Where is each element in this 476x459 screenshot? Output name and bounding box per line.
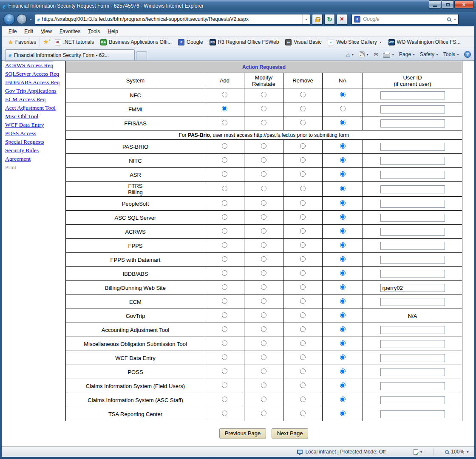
sidebar-link-ibdb-abs-access-req[interactable]: IBDB/ABS Access Req — [5, 79, 64, 86]
next-page-button[interactable]: Next Page — [272, 428, 309, 438]
url-text[interactable]: https://sxabqsql001.r3.fs.fed.us/bfm/pro… — [42, 16, 300, 22]
radio-ffis-ias-na[interactable] — [340, 120, 346, 125]
zoom-control[interactable]: 100% ▼ — [445, 449, 469, 455]
radio-fpps-with-datamart-remove[interactable] — [300, 256, 306, 262]
radio-nfc-na[interactable] — [340, 92, 346, 97]
stop-button[interactable]: × — [337, 14, 347, 25]
radio-tsa-reporting-center-modify[interactable] — [261, 411, 266, 416]
radio-billing-dunning-web-site-remove[interactable] — [300, 284, 306, 290]
add-favorites-button[interactable]: ★ + — [41, 38, 51, 46]
radio-ecm-add[interactable] — [222, 298, 227, 304]
maximize-button[interactable] — [442, 0, 454, 8]
radio-govtrip-add[interactable] — [222, 312, 227, 318]
radio-tsa-reporting-center-add[interactable] — [222, 411, 227, 416]
close-button[interactable]: × — [454, 0, 473, 8]
userid-input-pas-brio[interactable] — [380, 143, 445, 151]
radio-poss-na[interactable] — [340, 368, 346, 374]
sidebar-link-wcf-data-entry[interactable]: WCF Data Entry — [5, 122, 64, 128]
safety-menu-button[interactable]: Safety ▼ — [420, 51, 439, 57]
radio-fpps-with-datamart-na[interactable] — [340, 256, 346, 262]
userid-input-wcf-data-entry[interactable] — [380, 354, 445, 362]
radio-nfc-add[interactable] — [222, 92, 227, 97]
radio-billing-dunning-web-site-na[interactable] — [340, 284, 346, 290]
radio-poss-remove[interactable] — [300, 368, 306, 374]
sidebar-link-acct-adjustment-tool[interactable]: Acct Adjustment Tool — [5, 105, 64, 111]
favorite-net-tutorials[interactable]: HL.NET tutorials — [52, 38, 96, 47]
radio-claims-information-system-asc-staff-add[interactable] — [222, 397, 227, 402]
radio-ffis-ias-add[interactable] — [222, 120, 227, 125]
userid-input-billing-dunning-web-site[interactable] — [380, 284, 445, 292]
refresh-button[interactable]: ↻ — [324, 14, 335, 25]
menu-view[interactable]: View — [37, 27, 55, 36]
radio-poss-modify[interactable] — [261, 368, 266, 374]
radio-asr-add[interactable] — [222, 171, 227, 177]
address-bar[interactable]: e https://sxabqsql001.r3.fs.fed.us/bfm/p… — [35, 14, 310, 25]
search-box[interactable]: 8 Google ▼ — [351, 14, 459, 25]
radio-claims-information-system-field-users-na[interactable] — [340, 382, 346, 388]
back-button[interactable]: ← — [3, 14, 15, 25]
radio-fpps-with-datamart-add[interactable] — [222, 256, 227, 262]
radio-asc-sql-server-modify[interactable] — [261, 214, 266, 220]
radio-peoplesoft-modify[interactable] — [261, 200, 266, 206]
print-button[interactable]: ▼ — [383, 51, 394, 58]
radio-claims-information-system-asc-staff-na[interactable] — [340, 397, 346, 402]
radio-wcf-data-entry-remove[interactable] — [300, 354, 306, 360]
radio-claims-information-system-field-users-add[interactable] — [222, 382, 227, 388]
radio-tsa-reporting-center-na[interactable] — [340, 411, 346, 416]
userid-input-acrws[interactable] — [380, 228, 445, 236]
compatibility-view-button[interactable]: ▼ — [414, 449, 422, 455]
favorite-wo-washington-office-fs[interactable]: WOWO Washington Office FS... — [386, 38, 463, 47]
radio-ibdb-abs-add[interactable] — [222, 270, 227, 276]
userid-input-poss[interactable] — [380, 368, 445, 376]
radio-asc-sql-server-na[interactable] — [340, 214, 346, 220]
menu-tools[interactable]: Tools — [85, 27, 103, 36]
radio-ftrs-billing-remove[interactable] — [300, 186, 306, 191]
favorite-google[interactable]: 8Google — [176, 38, 206, 47]
radio-claims-information-system-asc-staff-remove[interactable] — [300, 397, 306, 402]
radio-fmmi-remove[interactable] — [300, 106, 306, 111]
radio-accounting-adjustment-tool-remove[interactable] — [300, 326, 306, 332]
favorite-visual-basic[interactable]: mVisual Basic — [283, 38, 324, 47]
radio-ibdb-abs-modify[interactable] — [261, 270, 266, 276]
radio-nitc-remove[interactable] — [300, 157, 306, 163]
radio-ffis-ias-modify[interactable] — [261, 120, 266, 125]
radio-claims-information-system-asc-staff-modify[interactable] — [261, 397, 266, 402]
userid-input-ftrs-billing[interactable] — [380, 185, 445, 193]
radio-govtrip-remove[interactable] — [300, 312, 306, 318]
radio-wcf-data-entry-na[interactable] — [340, 354, 346, 360]
userid-input-nfc[interactable] — [380, 91, 445, 99]
page-menu-button[interactable]: Page ▼ — [399, 51, 415, 57]
tools-menu-button[interactable]: Tools ▼ — [443, 51, 459, 57]
userid-input-accounting-adjustment-tool[interactable] — [380, 326, 445, 334]
favorites-button[interactable]: ★ Favorites — [5, 38, 40, 46]
radio-accounting-adjustment-tool-add[interactable] — [222, 326, 227, 332]
radio-asr-remove[interactable] — [300, 171, 306, 177]
radio-fpps-modify[interactable] — [261, 242, 266, 248]
radio-asc-sql-server-add[interactable] — [222, 214, 227, 220]
radio-ftrs-billing-modify[interactable] — [261, 186, 266, 191]
radio-nfc-modify[interactable] — [261, 92, 266, 97]
radio-ecm-modify[interactable] — [261, 298, 266, 304]
read-mail-button[interactable]: ✉ — [374, 52, 378, 57]
forward-button[interactable]: → — [17, 14, 27, 24]
sidebar-link-agreement[interactable]: Agreement — [5, 156, 64, 162]
radio-asc-sql-server-remove[interactable] — [300, 214, 306, 220]
radio-nitc-modify[interactable] — [261, 157, 266, 163]
search-input[interactable]: Google — [363, 16, 445, 22]
radio-billing-dunning-web-site-modify[interactable] — [261, 284, 266, 290]
history-chevron-icon[interactable]: ▼ — [28, 18, 33, 21]
radio-fmmi-add[interactable] — [222, 106, 227, 111]
radio-ecm-remove[interactable] — [300, 298, 306, 304]
radio-fpps-with-datamart-modify[interactable] — [261, 256, 266, 262]
security-lock-button[interactable] — [312, 14, 323, 25]
new-tab-button[interactable] — [136, 51, 147, 60]
sidebar-link-special-requests[interactable]: Special Requests — [5, 139, 64, 145]
search-icon[interactable] — [447, 17, 451, 21]
radio-acrws-remove[interactable] — [300, 228, 306, 234]
userid-input-miscellaneous-obligation-submission-tool[interactable] — [380, 340, 445, 348]
radio-govtrip-na[interactable] — [340, 312, 346, 318]
menu-favorites[interactable]: Favorites — [56, 27, 84, 36]
favorite-business-applications-offi[interactable]: BABusiness Applications Offi... — [98, 38, 174, 47]
help-button[interactable]: ? — [464, 51, 471, 58]
userid-input-asc-sql-server[interactable] — [380, 214, 445, 222]
